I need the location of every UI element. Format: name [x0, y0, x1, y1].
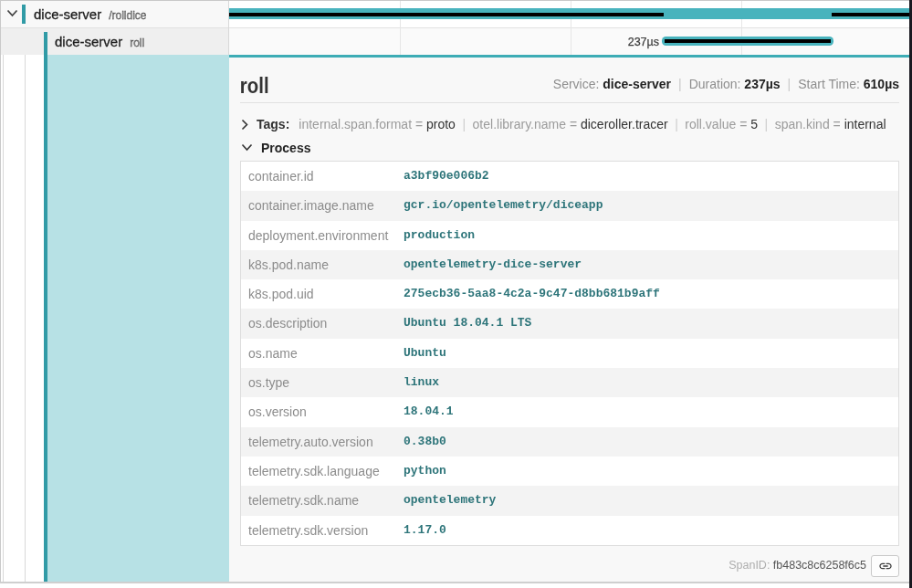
svg-text:roll: roll	[240, 74, 269, 98]
